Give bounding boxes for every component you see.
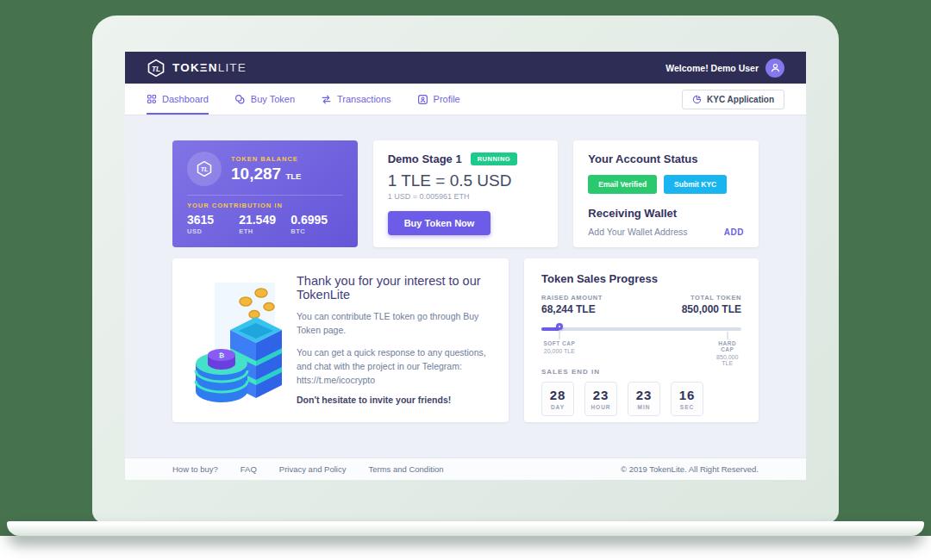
tokenlite-hexagon-icon: TL	[147, 59, 166, 78]
swap-arrows-icon	[321, 94, 332, 105]
thank-you-title: Thank you for your interest to our Token…	[297, 274, 488, 302]
account-status-card: Your Account Status Email Verified Submi…	[573, 140, 759, 247]
countdown-hours: 23 HOUR	[584, 382, 617, 416]
coins-illustration: ₿	[186, 274, 288, 410]
wallet-address-hint: Add Your Wallet Address	[588, 227, 687, 237]
buy-token-now-button[interactable]: Buy Token Now	[388, 211, 491, 235]
nav-item-dashboard[interactable]: Dashboard	[147, 84, 209, 115]
raised-amount-stat: RAISED AMOUNT 68,244 TLE	[541, 294, 603, 315]
countdown-days: 28 DAY	[541, 382, 574, 416]
slider-track	[541, 327, 741, 331]
nav-item-profile[interactable]: Profile	[417, 84, 460, 115]
hard-cap-tick	[727, 332, 728, 339]
token-sub-rate: 1 USD = 0.005961 ETH	[388, 192, 544, 201]
pie-chart-icon	[692, 95, 702, 104]
running-status-badge: RUNNING	[471, 152, 518, 165]
footer-link-faq[interactable]: FAQ	[241, 464, 257, 474]
nav-item-transactions[interactable]: Transactions	[321, 84, 391, 115]
summary-cards-row: TL TOKEN BALANCE 10,287 TLE YOUR CONTRIB…	[172, 140, 759, 247]
footer: How to buy? FAQ Privacy and Policy Terms…	[125, 457, 806, 480]
token-balance-card: TL TOKEN BALANCE 10,287 TLE YOUR CONTRIB…	[172, 140, 358, 247]
thank-you-paragraph-1: You can contribute TLE token go through …	[297, 309, 488, 338]
nav-label: Profile	[434, 94, 460, 104]
grid-icon	[147, 94, 157, 104]
brand-name: TOKΞNLITE	[172, 61, 247, 74]
sales-progress-title: Token Sales Progress	[541, 272, 741, 285]
copyright: © 2019 TokenLite. All Right Reserved.	[621, 464, 759, 474]
countdown-minutes: 23 MIN	[628, 382, 660, 416]
sales-progress-slider	[541, 323, 741, 335]
token-unit: TLE	[285, 171, 301, 181]
dashboard-content: TL TOKEN BALANCE 10,287 TLE YOUR CONTRIB…	[125, 115, 806, 422]
contribution-btc: 0.6995 BTC	[291, 213, 342, 235]
top-header-bar: TL TOKΞNLITE Welcome! Demo User	[125, 52, 806, 84]
total-token-stat: TOTAL TOKEN 850,000 TLE	[682, 294, 741, 315]
footer-link-privacy[interactable]: Privacy and Policy	[279, 464, 347, 474]
token-hexagon-icon: TL	[187, 152, 222, 186]
user-menu[interactable]: Welcome! Demo User	[665, 59, 784, 78]
sales-end-label: SALES END IN	[541, 368, 741, 376]
footer-link-terms[interactable]: Terms and Condition	[368, 464, 443, 474]
stage-title: Demo Stage 1	[388, 152, 462, 165]
main-navbar: Dashboard Buy Token Transactions	[125, 84, 806, 115]
nav-items: Dashboard Buy Token Transactions	[147, 84, 460, 115]
page-background-bottom	[0, 536, 931, 560]
contribution-eth: 21.549 ETH	[239, 213, 291, 235]
countdown: 28 DAY 23 HOUR 23 MIN 16 SEC	[541, 382, 741, 416]
welcome-text: Welcome! Demo User	[665, 63, 759, 73]
cap-labels: SOFT CAP 20,000 TLE HARD CAP 850,000 TLE	[541, 340, 741, 359]
account-status-title: Your Account Status	[588, 152, 744, 165]
soft-cap-tick	[559, 332, 559, 339]
token-sales-progress-card: Token Sales Progress RAISED AMOUNT 68,24…	[524, 258, 759, 422]
email-verified-badge[interactable]: Email Verified	[588, 175, 657, 194]
footer-links: How to buy? FAQ Privacy and Policy Terms…	[172, 464, 444, 474]
add-wallet-link[interactable]: ADD	[724, 227, 744, 237]
token-rate: 1 TLE = 0.5 USD	[388, 171, 544, 190]
user-card-icon	[417, 94, 428, 105]
coins-icon	[234, 94, 246, 105]
soft-cap-label: SOFT CAP 20,000 TLE	[543, 340, 575, 354]
footer-link-how-to-buy[interactable]: How to buy?	[172, 464, 218, 474]
nav-item-buy-token[interactable]: Buy Token	[234, 84, 295, 115]
kyc-button-label: KYC Application	[707, 95, 774, 104]
info-cards-row: ₿ Thank you for your interest to our Tok…	[172, 258, 759, 422]
token-balance-amount: 10,287 TLE	[231, 165, 301, 184]
svg-text:TL: TL	[152, 65, 160, 72]
receiving-wallet-title: Receiving Wallet	[588, 207, 744, 220]
contribution-usd: 3615 USD	[187, 213, 239, 235]
contribution-label: YOUR CONTRIBUTION IN	[187, 202, 343, 209]
thank-you-paragraph-2: You can get a quick response to any ques…	[297, 345, 488, 388]
avatar[interactable]	[765, 59, 784, 78]
nav-label: Buy Token	[251, 94, 295, 104]
invite-friends-note: Don't hesitate to invite your friends!	[297, 395, 488, 405]
divider	[187, 195, 343, 196]
user-icon	[770, 62, 781, 73]
dashboard-screen: TL TOKΞNLITE Welcome! Demo User	[125, 52, 806, 480]
svg-text:TL: TL	[201, 166, 209, 173]
laptop-base	[7, 521, 924, 536]
brand-logo[interactable]: TL TOKΞNLITE	[147, 59, 247, 78]
countdown-seconds: 16 SEC	[671, 382, 703, 416]
kyc-application-button[interactable]: KYC Application	[682, 90, 784, 109]
thank-you-card: ₿ Thank you for your interest to our Tok…	[172, 258, 509, 422]
slider-handle[interactable]	[556, 323, 563, 330]
token-balance-label: TOKEN BALANCE	[231, 155, 301, 163]
stage-card: Demo Stage 1 RUNNING 1 TLE = 0.5 USD 1 U…	[373, 140, 559, 247]
svg-text:₿: ₿	[219, 352, 225, 359]
nav-label: Dashboard	[162, 94, 209, 104]
hard-cap-label: HARD CAP 850,000 TLE	[716, 340, 738, 366]
contribution-row: 3615 USD 21.549 ETH 0.6995 BTC	[187, 213, 343, 235]
nav-label: Transactions	[337, 94, 391, 104]
submit-kyc-badge[interactable]: Submit KYC	[664, 175, 727, 194]
